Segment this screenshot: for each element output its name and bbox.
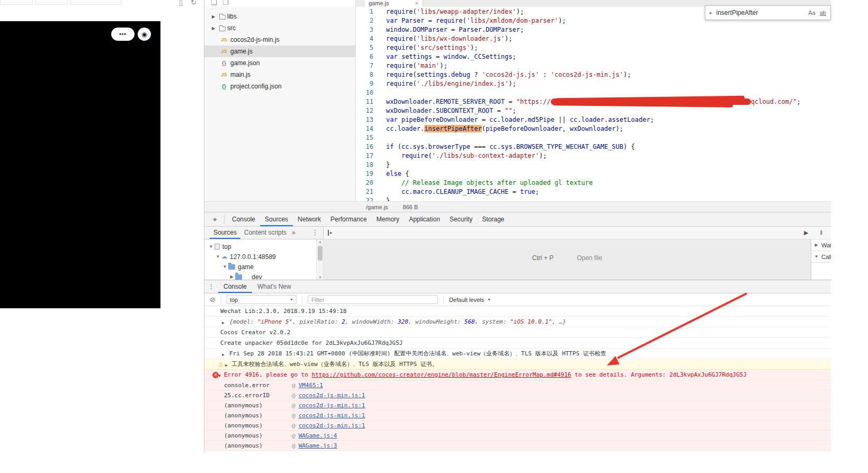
- file-tree-item-project-config-json[interactable]: {}project.config.json: [204, 81, 355, 92]
- search-input[interactable]: [717, 9, 804, 16]
- sources-tree-item--dev-[interactable]: ▶__dev__: [204, 272, 316, 280]
- line-number[interactable]: 15: [355, 133, 379, 142]
- sidebar-section-watch[interactable]: ▶Watch: [811, 239, 831, 251]
- sources-tree-item-game[interactable]: ▼game: [204, 262, 316, 272]
- line-number[interactable]: 11: [355, 97, 379, 106]
- chevron-icon: ▶: [212, 26, 219, 31]
- overflow-icon[interactable]: »: [290, 227, 297, 239]
- new-folder-icon[interactable]: ❐: [222, 0, 229, 6]
- file-tree-item-game-json[interactable]: {}game.json: [204, 57, 355, 69]
- line-number[interactable]: 22: [355, 197, 379, 201]
- stack-location-link[interactable]: WAGame.js:3: [299, 442, 337, 449]
- sources-tree-item-127-0-0-1-48589[interactable]: ▼☁127.0.0.1:48589: [204, 252, 316, 262]
- line-number[interactable]: 8: [355, 70, 379, 79]
- close-icon[interactable]: ×: [415, 0, 418, 7]
- file-tree-item-cocos2d-js-min-js[interactable]: JScocos2d-js-min.js: [204, 34, 355, 46]
- scroll-down-icon[interactable]: ▼: [317, 275, 324, 279]
- scrollbar[interactable]: ▲ ▼: [316, 239, 324, 280]
- code-token: [398, 116, 401, 123]
- tab-network[interactable]: Network: [293, 212, 326, 226]
- browser-tab[interactable]: [70, 0, 122, 5]
- code-token: pipeBeforeDownloader: [401, 116, 478, 123]
- panel-tab-sources[interactable]: Sources: [210, 227, 240, 239]
- stack-location-link[interactable]: cocos2d-js-min.js:1: [299, 402, 365, 409]
- line-number[interactable]: 2: [355, 16, 379, 25]
- inspect-icon[interactable]: ⌖: [209, 215, 221, 224]
- line-number[interactable]: 1: [355, 7, 379, 16]
- sidebar-section-call-stack[interactable]: ▼Call Stack: [811, 251, 831, 263]
- stack-location-link[interactable]: cocos2d-js-min.js:1: [299, 422, 365, 429]
- line-number[interactable]: 7: [355, 61, 379, 70]
- line-number[interactable]: 5: [355, 43, 379, 52]
- code-token: ;: [797, 98, 800, 105]
- browser-tab[interactable]: [0, 0, 33, 5]
- stack-location-link[interactable]: VM465:1: [299, 382, 323, 389]
- new-file-icon[interactable]: ❏: [211, 0, 217, 6]
- more-menu-icon[interactable]: ⋮: [307, 227, 323, 239]
- line-number[interactable]: 14: [355, 124, 379, 133]
- expand-icon[interactable]: ▶: [225, 362, 228, 369]
- line-number[interactable]: 4: [355, 34, 379, 43]
- line-number[interactable]: 12: [355, 106, 379, 115]
- line-number[interactable]: 3: [355, 25, 379, 34]
- line-number[interactable]: 16: [355, 142, 379, 151]
- shortcut-action: Open file: [577, 254, 602, 280]
- file-tree-item-src[interactable]: ▶src: [204, 22, 355, 34]
- tab-storage[interactable]: Storage: [477, 212, 509, 226]
- log-levels-selector[interactable]: Default levels ▼: [449, 297, 491, 303]
- scrollbar-thumb[interactable]: [318, 246, 323, 261]
- stack-location-link[interactable]: WAGame.js:4: [299, 432, 337, 439]
- panel-tab-content-scripts[interactable]: Content scripts: [240, 227, 290, 239]
- folder-icon: [235, 274, 242, 280]
- scroll-up-icon[interactable]: ▲: [317, 240, 324, 244]
- line-number[interactable]: 20: [355, 179, 379, 188]
- file-tree-item-game-js[interactable]: JSgame.js: [204, 46, 355, 57]
- rotate-icon[interactable]: ↻: [191, 0, 196, 6]
- stack-location-link[interactable]: cocos2d-js-min.js:1: [299, 392, 365, 399]
- code-token: ===: [470, 143, 489, 150]
- message-link[interactable]: https://github.com/cocos-creator/engine/…: [312, 371, 571, 378]
- expand-icon[interactable]: ▼: [218, 372, 221, 379]
- stack-location-link[interactable]: cocos2d-js-min.js:1: [299, 412, 365, 419]
- browser-tab[interactable]: [35, 0, 68, 5]
- line-number[interactable]: 13: [355, 115, 379, 124]
- tab-security[interactable]: Security: [445, 212, 477, 226]
- file-tree-item-libs[interactable]: ▶libs: [204, 11, 355, 22]
- whole-word-icon[interactable]: ab: [820, 10, 826, 16]
- file-tree-item-main-js[interactable]: JSmain.js: [204, 69, 355, 81]
- expand-icon[interactable]: ▶: [222, 319, 225, 326]
- console-tab-console[interactable]: Console: [218, 280, 252, 293]
- tab-performance[interactable]: Performance: [326, 212, 372, 226]
- tab-application[interactable]: Application: [404, 212, 445, 226]
- clear-console-icon[interactable]: ⊘: [210, 296, 216, 304]
- expand-icon[interactable]: ▶: [222, 351, 225, 358]
- hide-navigator-icon[interactable]: ▸: [328, 230, 333, 236]
- line-number[interactable]: 18: [355, 160, 379, 169]
- code-token: =: [448, 26, 459, 33]
- line-number[interactable]: 10: [355, 88, 379, 97]
- exit-button[interactable]: ◉: [138, 28, 151, 41]
- kebab-icon[interactable]: ⋮: [204, 280, 218, 293]
- code-editor[interactable]: 1require('libs/weapp-adapter/index');2va…: [355, 7, 831, 201]
- sources-tree-item-top[interactable]: ▼top: [204, 242, 316, 252]
- collapse-icon[interactable]: ▸: [710, 10, 712, 15]
- console-filter-input[interactable]: [308, 295, 438, 304]
- line-number[interactable]: 19: [355, 169, 379, 179]
- line-number[interactable]: 17: [355, 151, 379, 160]
- pause-icon[interactable]: ‖: [820, 229, 822, 236]
- line-number[interactable]: 9: [355, 79, 379, 88]
- device-icon[interactable]: ▯: [179, 0, 183, 6]
- line-number[interactable]: 6: [355, 52, 379, 61]
- tab-console[interactable]: Console: [227, 212, 260, 226]
- console-tab-what-s-new[interactable]: What's New: [252, 280, 297, 293]
- context-selector[interactable]: top ▼: [227, 295, 297, 304]
- tab-memory[interactable]: Memory: [372, 212, 404, 226]
- more-button[interactable]: •••: [111, 28, 135, 41]
- editor-statusbar: /game.js 866 B: [204, 201, 831, 212]
- editor-tab-game-js[interactable]: game.js ×: [364, 0, 423, 7]
- resume-icon[interactable]: ▶: [804, 229, 808, 236]
- tab-sources[interactable]: Sources: [260, 212, 293, 226]
- code-token: 'main': [417, 62, 440, 69]
- match-case-icon[interactable]: Aa: [808, 10, 815, 16]
- line-number[interactable]: 21: [355, 188, 379, 197]
